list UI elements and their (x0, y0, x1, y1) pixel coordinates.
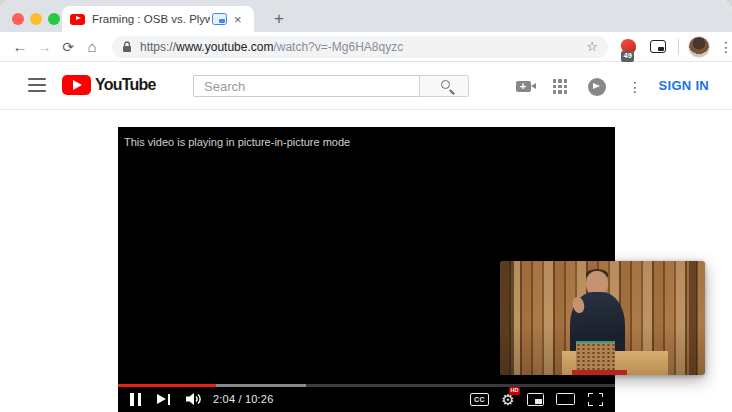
player-controls: 2:04 / 10:26 CC ⚙ HD (118, 389, 615, 409)
new-tab-button[interactable]: + (266, 6, 292, 32)
bookmark-star-icon[interactable]: ☆ (586, 39, 598, 54)
url-domain: www.youtube.com (176, 40, 273, 54)
search-icon (441, 80, 450, 89)
youtube-apps-button[interactable] (549, 78, 571, 95)
youtube-logo[interactable]: YouTube (62, 75, 160, 95)
browser-tab[interactable]: Framing : OSB vs. Plywood × (62, 6, 254, 32)
titlebar: Framing : OSB vs. Plywood × + (0, 0, 732, 32)
pip-extension-icon (650, 40, 666, 53)
fullscreen-button[interactable] (588, 393, 603, 406)
forward-button[interactable]: → (32, 35, 56, 59)
secure-lock-icon (122, 41, 132, 53)
red-table-edge (572, 370, 627, 375)
search-area (193, 75, 469, 97)
youtube-settings-menu-button[interactable]: ⋮ (624, 78, 646, 95)
kebab-menu-icon: ⋮ (628, 79, 642, 95)
pip-indicator-icon (212, 13, 227, 25)
messages-icon (588, 78, 606, 96)
pip-wall-shadow-left (500, 261, 514, 375)
chrome-menu-button[interactable]: ⋮ (716, 36, 732, 58)
toolbar-separator (678, 39, 679, 55)
time-display: 2:04 / 10:26 (213, 393, 274, 405)
pip-wall-shadow-right (689, 261, 697, 375)
search-button[interactable] (419, 75, 469, 97)
messages-button[interactable] (586, 78, 608, 95)
zoom-window-button[interactable] (48, 13, 60, 25)
create-video-button[interactable] (512, 78, 534, 95)
url-text: https://www.youtube.com/watch?v=-Mg6HA8q… (140, 40, 586, 54)
url-path: /watch?v=-Mg6HA8qyzc (273, 40, 403, 54)
pip-mode-message: This video is playing in picture-in-pict… (124, 136, 350, 148)
miniplayer-button[interactable] (527, 393, 544, 406)
sign-in-button[interactable]: SIGN IN (659, 78, 710, 93)
next-video-button[interactable] (157, 394, 170, 405)
camcorder-icon (516, 81, 531, 92)
volume-button[interactable] (186, 392, 203, 406)
pip-window[interactable] (500, 261, 705, 375)
address-bar[interactable]: https://www.youtube.com/watch?v=-Mg6HA8q… (112, 36, 608, 58)
apps-grid-icon (553, 79, 568, 94)
page-content: This video is playing in picture-in-pict… (0, 110, 732, 412)
progress-played (118, 384, 216, 387)
osb-board-sample (576, 341, 615, 372)
url-scheme: https:// (140, 40, 176, 54)
home-button[interactable]: ⌂ (80, 35, 104, 59)
youtube-wordmark: YouTube (95, 75, 156, 95)
youtube-favicon-icon (70, 14, 85, 25)
minimize-window-button[interactable] (30, 13, 42, 25)
youtube-play-icon (62, 75, 91, 95)
pip-video-frame (500, 261, 705, 375)
speaker-icon (186, 392, 203, 406)
hd-quality-badge: HD (509, 387, 520, 395)
profile-avatar[interactable] (688, 36, 710, 58)
subtitles-button[interactable]: CC (470, 393, 489, 406)
settings-button[interactable]: ⚙ HD (500, 391, 516, 407)
progress-bar[interactable] (118, 384, 615, 387)
pip-extension-button[interactable] (648, 37, 668, 57)
tab-close-button[interactable]: × (234, 13, 242, 26)
youtube-header: YouTube ⋮ SIGN IN (0, 62, 732, 110)
theater-mode-button[interactable] (556, 393, 575, 405)
reload-button[interactable]: ⟳ (56, 35, 80, 59)
extension-button-red[interactable]: 49 (618, 37, 638, 57)
back-button[interactable]: ← (8, 35, 32, 59)
pause-button[interactable] (130, 393, 141, 406)
tab-title: Framing : OSB vs. Plywood (92, 13, 210, 25)
controls-left: 2:04 / 10:26 (130, 392, 274, 406)
search-input[interactable] (193, 75, 419, 97)
browser-window: Framing : OSB vs. Plywood × + ← → ⟳ ⌂ ht… (0, 0, 732, 412)
controls-right: CC ⚙ HD (470, 391, 603, 407)
close-window-button[interactable] (12, 13, 24, 25)
guide-menu-button[interactable] (28, 78, 46, 92)
browser-toolbar: ← → ⟳ ⌂ https://www.youtube.com/watch?v=… (0, 32, 732, 62)
extension-badge: 49 (621, 51, 634, 61)
